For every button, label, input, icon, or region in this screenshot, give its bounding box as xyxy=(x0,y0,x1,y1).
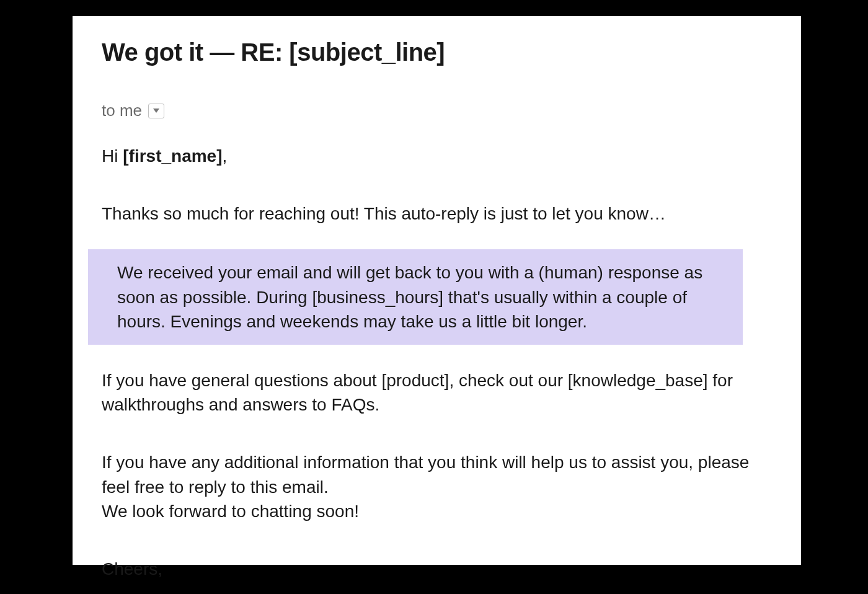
recipient-label: to me xyxy=(102,101,142,120)
email-paragraph-4b: We look forward to chatting soon! xyxy=(73,499,801,523)
greeting-suffix: , xyxy=(223,146,228,166)
greeting-name-placeholder: [first_name] xyxy=(123,146,222,166)
chevron-down-icon xyxy=(153,109,159,113)
greeting-prefix: Hi xyxy=(102,146,123,166)
email-signoff: Cheers, xyxy=(73,557,801,581)
highlighted-paragraph-block: We received your email and will get back… xyxy=(88,249,743,345)
email-paragraph-1: Thanks so much for reaching out! This au… xyxy=(73,202,801,226)
email-paragraph-2: We received your email and will get back… xyxy=(117,260,728,334)
recipient-row: to me xyxy=(73,66,801,120)
email-subject: We got it — RE: [subject_line] xyxy=(73,16,801,66)
email-container: We got it — RE: [subject_line] to me Hi … xyxy=(73,16,801,565)
recipient-details-dropdown[interactable] xyxy=(148,104,164,118)
email-greeting: Hi [first_name], xyxy=(73,144,801,168)
email-paragraph-3: If you have general questions about [pro… xyxy=(73,368,801,417)
email-paragraph-4a: If you have any additional information t… xyxy=(73,450,801,499)
